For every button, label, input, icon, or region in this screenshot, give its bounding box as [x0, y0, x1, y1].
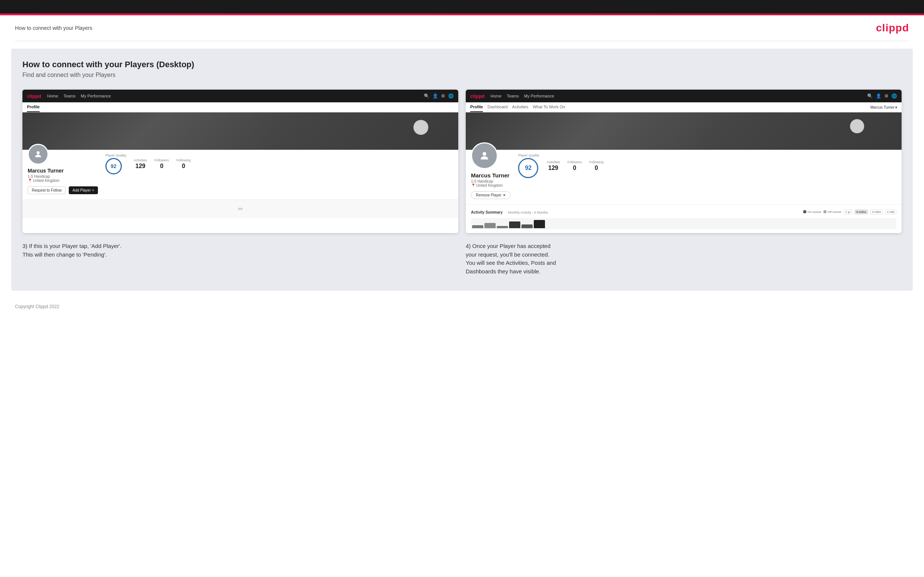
- right-tab-what-to-work-on[interactable]: What To Work On: [533, 102, 565, 112]
- left-nav-teams[interactable]: Teams: [63, 94, 76, 98]
- right-nav-teams[interactable]: Teams: [507, 94, 519, 98]
- right-avatar-wrapper: [471, 142, 498, 169]
- chart-bar-2: [485, 223, 496, 228]
- right-avatar: [471, 142, 498, 169]
- chart-bar-5: [522, 224, 533, 228]
- plus-icon: +: [92, 188, 94, 192]
- left-profile-section: Marcus Turner 1-5 Handicap 📍 United King…: [23, 150, 458, 200]
- left-quality-circle: 92: [105, 158, 122, 174]
- left-nav-icons: 🔍 👤 ⚙ 🌐: [424, 93, 454, 98]
- right-nav-home[interactable]: Home: [490, 94, 501, 98]
- left-player-location: 📍 United Kingdom: [27, 179, 98, 183]
- header-divider: [15, 41, 909, 41]
- off-course-label: Off course: [827, 210, 842, 214]
- right-tab-activities[interactable]: Activities: [512, 102, 528, 112]
- copyright-text: Copyright Clippd 2022: [15, 304, 60, 309]
- right-stat-following: Following 0: [589, 160, 603, 171]
- screenshots-row: clippd Home Teams My Performance 🔍 👤 ⚙ 🌐…: [23, 90, 901, 233]
- pencil-icon: ✏: [238, 205, 243, 213]
- left-nav-home[interactable]: Home: [47, 94, 58, 98]
- left-avatar: [27, 144, 48, 165]
- activity-chart: [471, 218, 897, 229]
- left-action-buttons: Request to Follow Add Player +: [27, 186, 98, 194]
- activity-summary: Activity Summary Monthly Activity - 6 Mo…: [466, 204, 901, 233]
- profile-icon[interactable]: 👤: [876, 93, 881, 98]
- right-description-text: 4) Once your Player has acceptedyour req…: [466, 242, 901, 276]
- activity-header: Activity Summary Monthly Activity - 6 Mo…: [471, 208, 897, 215]
- right-tab-dashboard[interactable]: Dashboard: [488, 102, 507, 112]
- right-stat-activities: Activities 129: [546, 160, 560, 171]
- right-profile-stats: Player Quality 92 Activities 129 Followe…: [518, 153, 603, 178]
- top-bar: [0, 0, 924, 13]
- right-player-handicap: 1-5 Handicap: [471, 179, 510, 184]
- right-avatar-column: Marcus Turner 1-5 Handicap 📍 United King…: [471, 153, 510, 199]
- chart-bar-3: [497, 226, 508, 228]
- left-avatar-wrapper: [27, 144, 48, 165]
- right-player-location: 📍 United Kingdom: [471, 184, 510, 187]
- legend-off-course: Off course: [824, 210, 842, 214]
- clippd-logo: clippd: [876, 22, 909, 34]
- activity-subtitle: Monthly Activity - 6 Months: [508, 211, 548, 214]
- search-icon[interactable]: 🔍: [867, 93, 873, 98]
- right-nav-items: Home Teams My Performance: [490, 94, 554, 98]
- right-golf-image: [466, 113, 901, 150]
- location-icon: 📍: [471, 184, 475, 187]
- marcus-turner-dropdown[interactable]: Marcus Turner ▾: [871, 102, 897, 112]
- chart-bar-1: [472, 225, 483, 228]
- activity-filters: On course Off course 1 yr 6 mths 3 mths …: [803, 210, 897, 214]
- section-subtitle: Find and connect with your Players: [23, 72, 901, 79]
- svg-point-1: [483, 152, 486, 156]
- left-description: 3) If this is your Player tap, 'Add Play…: [23, 242, 458, 276]
- left-stat-quality: Player Quality 92: [105, 153, 126, 174]
- screenshot-right: clippd Home Teams My Performance 🔍 👤 ⚙ 🌐…: [466, 90, 901, 233]
- right-stat-quality: Player Quality 92: [518, 153, 539, 178]
- left-golf-image: [23, 113, 458, 150]
- right-nav-performance[interactable]: My Performance: [524, 94, 554, 98]
- settings-icon[interactable]: ⚙: [884, 93, 888, 98]
- right-profile-section: Marcus Turner 1-5 Handicap 📍 United King…: [466, 150, 901, 204]
- globe-icon[interactable]: 🌐: [448, 93, 454, 98]
- right-tab-bar: Profile Dashboard Activities What To Wor…: [466, 102, 901, 113]
- activity-summary-title: Activity Summary: [471, 210, 502, 214]
- off-course-dot: [824, 210, 826, 213]
- right-stat-followers: Followers 0: [567, 160, 582, 171]
- right-app-logo: clippd: [470, 93, 485, 99]
- screenshot-left: clippd Home Teams My Performance 🔍 👤 ⚙ 🌐…: [23, 90, 458, 233]
- left-stat-followers: Followers 0: [154, 158, 169, 169]
- left-avatar-column: Marcus Turner 1-5 Handicap 📍 United King…: [27, 153, 98, 194]
- right-action-buttons: Remove Player ✕: [471, 191, 510, 199]
- right-profile-info: Marcus Turner 1-5 Handicap 📍 United King…: [471, 153, 897, 199]
- remove-player-button[interactable]: Remove Player ✕: [471, 191, 510, 199]
- legend-on-course: On course: [803, 210, 821, 214]
- breadcrumb: How to connect with your Players: [15, 25, 92, 31]
- left-tab-profile[interactable]: Profile: [27, 102, 40, 112]
- add-player-button[interactable]: Add Player +: [69, 186, 98, 194]
- on-course-dot: [803, 210, 806, 213]
- profile-icon[interactable]: 👤: [433, 93, 438, 98]
- right-tab-profile[interactable]: Profile: [470, 102, 483, 112]
- left-tab-bar: Profile: [23, 102, 458, 113]
- filter-1mth[interactable]: 1 mth: [885, 210, 897, 214]
- main-content: How to connect with your Players (Deskto…: [11, 48, 913, 290]
- section-title: How to connect with your Players (Deskto…: [23, 60, 901, 69]
- right-description: 4) Once your Player has acceptedyour req…: [466, 242, 901, 276]
- filter-6mths[interactable]: 6 mths: [855, 210, 868, 214]
- left-nav-items: Home Teams My Performance: [47, 94, 111, 98]
- request-to-follow-button[interactable]: Request to Follow: [27, 186, 66, 194]
- left-stat-following: Following 0: [176, 158, 191, 169]
- right-player-name: Marcus Turner: [471, 172, 510, 179]
- left-stat-activities: Activities 129: [134, 158, 147, 169]
- right-quality-circle: 92: [518, 158, 538, 178]
- filter-3mths[interactable]: 3 mths: [870, 210, 883, 214]
- settings-icon[interactable]: ⚙: [441, 93, 445, 98]
- globe-icon[interactable]: 🌐: [892, 93, 897, 98]
- search-icon[interactable]: 🔍: [424, 93, 430, 98]
- chevron-down-icon: ▾: [895, 105, 897, 110]
- right-app-nav: clippd Home Teams My Performance 🔍 👤 ⚙ 🌐: [466, 90, 901, 102]
- location-icon: 📍: [27, 179, 32, 183]
- filter-1yr[interactable]: 1 yr: [844, 210, 852, 214]
- page-header: How to connect with your Players clippd: [0, 15, 924, 41]
- left-nav-performance[interactable]: My Performance: [81, 94, 111, 98]
- left-profile-stats: Player Quality 92 Activities 129 Followe…: [105, 153, 191, 174]
- descriptions-row: 3) If this is your Player tap, 'Add Play…: [23, 242, 901, 276]
